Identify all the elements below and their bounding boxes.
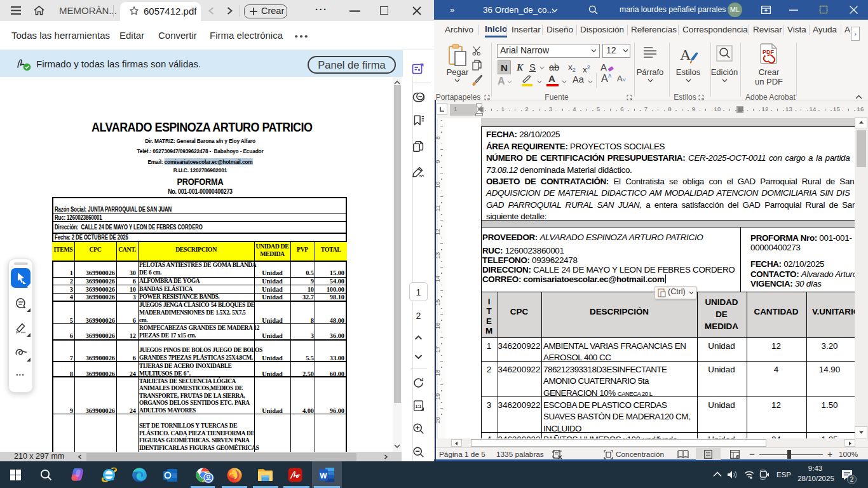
svg-text:W: W [320,471,327,480]
svg-text:1:1: 1:1 [416,404,422,409]
svg-text:PDF: PDF [763,49,775,55]
svg-text:A: A [680,46,691,63]
